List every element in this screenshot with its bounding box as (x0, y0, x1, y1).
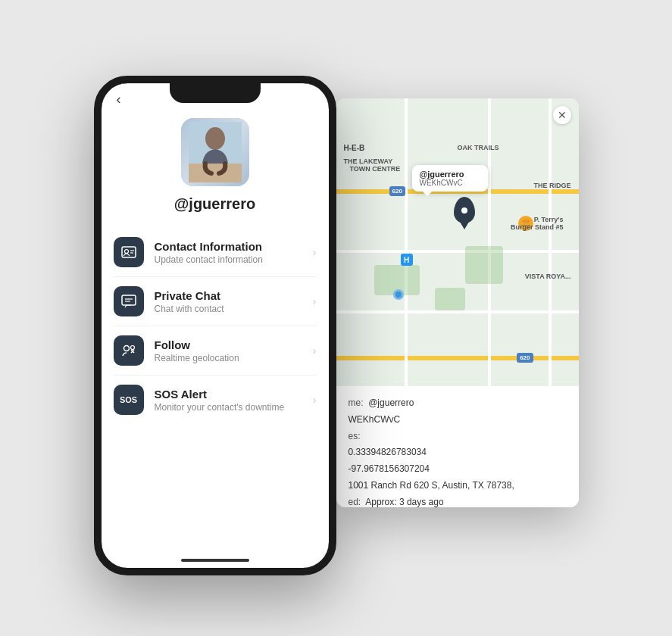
follow-icon (114, 335, 144, 366)
contact-card-icon (114, 237, 144, 267)
sos-icon: SOS (114, 385, 144, 415)
phone-mockup: ‹ (94, 76, 336, 575)
chevron-icon: › (313, 394, 317, 406)
info-updated-value: Approx: 3 days ago (365, 497, 443, 507)
svg-point-4 (124, 250, 128, 254)
road-horizontal (336, 310, 579, 313)
info-coord1-row: 0.33394826783034 (349, 446, 567, 459)
road-vertical (488, 98, 491, 386)
avatar-image (181, 118, 249, 186)
town-centre-label: TOWN CENTRE (350, 165, 401, 173)
heb-label: H-E-B (344, 144, 365, 152)
menu-item-sos[interactable]: SOS SOS Alert Monitor your contact's dow… (114, 376, 317, 424)
school-pin (393, 289, 404, 300)
menu-item-private-chat[interactable]: Private Chat Chat with contact › (114, 277, 317, 326)
lakeway-label: THE LAKEWAY (344, 157, 393, 165)
info-coord2-value: -97.9678156307204 (349, 463, 430, 474)
map-close-button[interactable]: ✕ (553, 106, 571, 124)
username-label: @jguerrero (174, 195, 255, 213)
person-silhouette (189, 122, 242, 182)
info-code-row: WEKhCWvC (349, 413, 567, 426)
avatar (181, 118, 249, 186)
chat-icon (114, 286, 144, 316)
map-pin (454, 197, 475, 223)
info-panel: me: @jguerrero WEKhCWvC es: 0.3339482678… (336, 386, 579, 507)
back-button[interactable]: ‹ (117, 92, 121, 108)
contact-info-title: Contact Information (155, 240, 313, 253)
private-chat-text: Private Chat Chat with contact (155, 289, 313, 314)
phone-notch (170, 83, 261, 103)
info-coords-label: es: (349, 431, 361, 441)
info-name-label: me: (349, 398, 364, 408)
pin-body (454, 197, 475, 223)
info-name-value: @jguerrero (368, 398, 414, 408)
map-panel: 620 620 H 🍔 H-E-B OAK TRAILS THE LAKEWAY… (336, 98, 579, 507)
private-chat-subtitle: Chat with contact (155, 304, 313, 314)
chevron-icon: › (313, 344, 317, 357)
map-background: 620 620 H 🍔 H-E-B OAK TRAILS THE LAKEWAY… (336, 98, 579, 386)
svg-rect-7 (122, 295, 136, 305)
follow-subtitle: Realtime geolocation (155, 353, 313, 363)
oak-trails-label: OAK TRAILS (458, 144, 499, 151)
menu-item-follow[interactable]: Follow Realtime geolocation › (114, 326, 317, 376)
svg-point-12 (395, 292, 402, 298)
contact-info-text: Contact Information Update contact infor… (155, 240, 313, 265)
sos-subtitle: Monitor your contact's downtime (155, 402, 313, 413)
info-coord1-value: 0.33394826783034 (349, 447, 427, 457)
svg-point-11 (130, 346, 134, 350)
phone-screen: ‹ (102, 83, 329, 568)
info-coords-row: es: (349, 430, 567, 443)
info-code-value: WEKhCWvC (349, 414, 401, 425)
contact-info-subtitle: Update contact information (155, 254, 313, 265)
info-name-row: me: @jguerrero (349, 397, 567, 410)
menu-item-contact-info[interactable]: Contact Information Update contact infor… (114, 228, 317, 277)
sos-label: SOS (120, 395, 137, 404)
private-chat-title: Private Chat (155, 289, 313, 302)
sos-title: SOS Alert (155, 388, 313, 401)
hospital-icon: H (401, 254, 413, 266)
vista-label: VISTA ROYA... (525, 273, 571, 280)
svg-point-2 (205, 127, 225, 150)
follow-text: Follow Realtime geolocation (155, 338, 313, 363)
terry-label: P. Terry's (534, 216, 564, 223)
green-area (435, 288, 465, 310)
chevron-icon: › (313, 246, 317, 258)
road-vertical (549, 98, 552, 386)
info-updated-label: ed: (349, 497, 361, 507)
chevron-icon: › (313, 295, 317, 307)
follow-title: Follow (155, 338, 313, 351)
road-badge-620: 620 (389, 186, 405, 196)
road-horizontal (336, 356, 579, 360)
info-coord2-row: -97.9678156307204 (349, 463, 567, 475)
info-updated-row: ed: Approx: 3 days ago (349, 496, 567, 507)
pin-tooltip: @jguerrero WEKhCWvC (412, 165, 488, 192)
green-area (465, 246, 503, 284)
home-indicator (181, 559, 249, 562)
pin-tooltip-code: WEKhCWvC (420, 179, 480, 187)
svg-point-10 (123, 346, 129, 351)
svg-rect-1 (189, 164, 242, 182)
info-address-row: 1001 Ranch Rd 620 S, Austin, TX 78738, (349, 479, 567, 492)
pin-tooltip-name: @jguerrero (420, 170, 480, 179)
sos-text: SOS Alert Monitor your contact's downtim… (155, 388, 313, 413)
road-horizontal (336, 250, 579, 253)
phone-content: @jguerrero Contact Information (102, 111, 329, 568)
info-address-value: 1001 Ranch Rd 620 S, Austin, TX 78738, (349, 480, 514, 491)
road-badge-620: 620 (517, 353, 533, 363)
burger-label: Burger Stand #5 (511, 223, 564, 231)
pin-dot (461, 207, 467, 214)
road-vertical (405, 98, 408, 386)
menu-list: Contact Information Update contact infor… (102, 228, 329, 568)
ridge-label: THE RIDGE (533, 182, 570, 189)
